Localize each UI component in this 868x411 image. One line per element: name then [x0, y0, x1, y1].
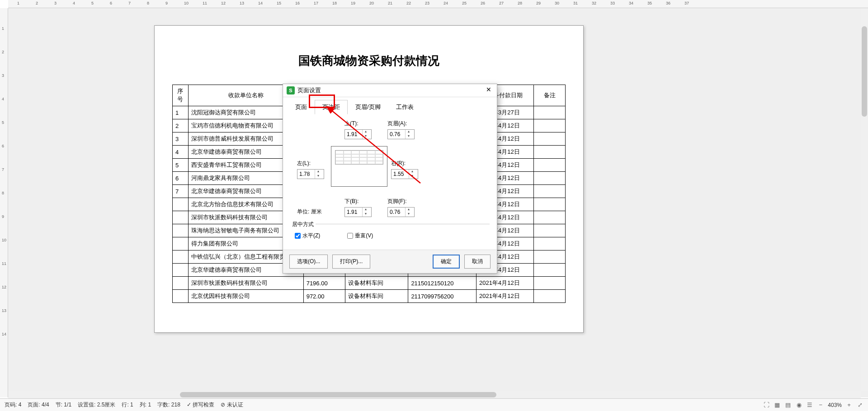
print-button[interactable]: 打印(P)... [332, 255, 370, 269]
view-mode-icon[interactable]: ▦ [774, 402, 781, 409]
document-title: 国铁商城物资采购付款情况 [155, 53, 583, 69]
status-bar: 页码: 4 页面: 4/4 节: 1/1 设置值: 2.5厘米 行: 1 列: … [0, 398, 868, 411]
checkbox-horizontal[interactable]: 水平(Z) [295, 232, 320, 240]
table-row: 北京优因科技有限公司972.00设备材料车间21170997562002021年… [173, 290, 566, 303]
tab-margins[interactable]: 页边距 [315, 100, 348, 114]
layout-icon[interactable]: ▤ [784, 402, 792, 409]
vertical-scrollbar[interactable] [861, 8, 868, 391]
dialog-body: 上(T): ▴▾ 页眉(A): ▴▾ 左(L): ▴▾ 右(R): ▴▾ 下(B… [283, 114, 497, 250]
header-note: 备注 [534, 85, 566, 106]
label-header: 页眉(A): [387, 120, 415, 128]
spin-down-icon[interactable]: ▾ [406, 134, 411, 139]
outline-icon[interactable]: ☰ [806, 402, 813, 409]
fullscreen-icon[interactable]: ⛶ [763, 402, 770, 409]
unit-label: 单位: 厘米 [297, 208, 322, 216]
dialog-title: 页面设置 [297, 86, 484, 94]
dialog-header: S 页面设置 ✕ [283, 84, 497, 97]
input-left[interactable]: ▴▾ [297, 169, 324, 179]
label-right: 右(R): [391, 160, 418, 167]
input-right[interactable]: ▴▾ [391, 169, 418, 179]
spin-down-icon[interactable]: ▾ [409, 174, 415, 179]
checkbox-vertical[interactable]: 垂直(V) [347, 232, 373, 240]
status-page: 页面: 4/4 [28, 401, 49, 409]
close-icon[interactable]: ✕ [484, 86, 493, 95]
status-spellcheck[interactable]: ✓ 拼写检查 [187, 401, 214, 409]
status-auth[interactable]: ⊘ 未认证 [221, 401, 243, 409]
page-setup-dialog: S 页面设置 ✕ 页面 页边距 页眉/页脚 工作表 上(T): ▴▾ 页眉(A)… [283, 84, 497, 274]
spin-down-icon[interactable]: ▾ [363, 212, 368, 217]
header-seq: 序号 [173, 85, 189, 106]
zoom-in-icon[interactable]: + [845, 402, 853, 409]
margin-preview [331, 146, 387, 187]
ok-button[interactable]: 确定 [433, 255, 460, 269]
tab-worksheet[interactable]: 工作表 [388, 100, 421, 114]
label-left: 左(L): [297, 160, 324, 167]
status-col: 列: 1 [140, 401, 151, 409]
input-top[interactable]: ▴▾ [344, 129, 372, 139]
status-chars: 字数: 218 [157, 401, 180, 409]
options-button[interactable]: 选项(O)... [289, 255, 328, 269]
input-header[interactable]: ▴▾ [387, 129, 415, 139]
app-icon: S [287, 86, 295, 94]
input-footer[interactable]: ▴▾ [387, 207, 415, 217]
spin-down-icon[interactable]: ▾ [363, 134, 368, 139]
spin-down-icon[interactable]: ▾ [315, 174, 321, 179]
reading-icon[interactable]: ◉ [795, 402, 802, 409]
spin-down-icon[interactable]: ▾ [406, 212, 411, 217]
fit-icon[interactable]: ⤢ [856, 402, 863, 409]
input-bottom[interactable]: ▴▾ [344, 207, 372, 217]
status-section: 节: 1/1 [56, 401, 71, 409]
status-setting: 设置值: 2.5厘米 [78, 401, 115, 409]
cancel-button[interactable]: 取消 [464, 255, 491, 269]
dialog-tabs: 页面 页边距 页眉/页脚 工作表 [283, 97, 497, 114]
label-footer: 页脚(F): [387, 198, 415, 205]
dialog-footer: 选项(O)... 打印(P)... 确定 取消 [283, 250, 497, 273]
vertical-ruler: 1234567891011121314 [0, 8, 8, 397]
horizontal-ruler: 1234567891011121314151617181920212223242… [8, 0, 868, 8]
status-row: 行: 1 [122, 401, 133, 409]
tab-page[interactable]: 页面 [288, 100, 315, 114]
zoom-level[interactable]: 403% [828, 402, 842, 408]
table-row: 深圳市狄派数码科技有限公司7196.00设备材料车间21150121501202… [173, 277, 566, 290]
label-top: 上(T): [344, 120, 372, 128]
status-page-code: 页码: 4 [5, 401, 21, 409]
tab-header-footer[interactable]: 页眉/页脚 [348, 100, 388, 114]
zoom-out-icon[interactable]: − [817, 402, 824, 409]
center-section-title: 居中方式 [290, 221, 316, 228]
label-bottom: 下(B): [344, 198, 372, 205]
horizontal-scrollbar[interactable] [8, 391, 861, 398]
